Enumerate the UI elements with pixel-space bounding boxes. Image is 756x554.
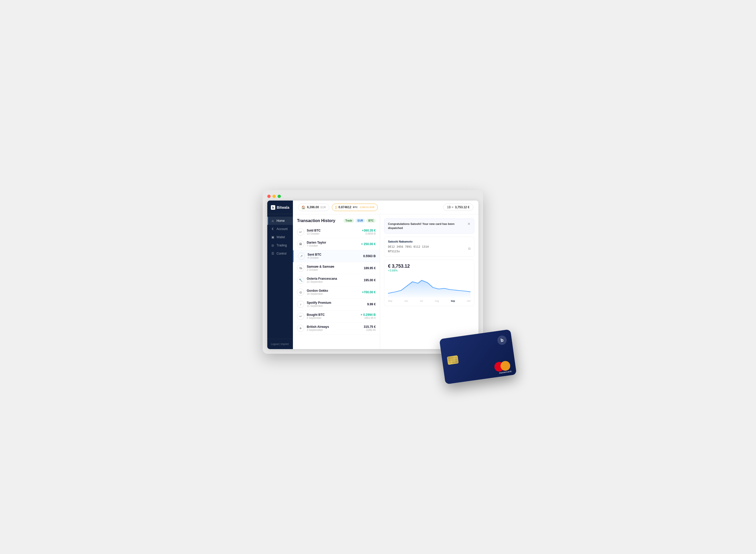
account-icon: € — [271, 227, 274, 231]
card-brand-logo: b — [497, 335, 507, 345]
chart-change: +3.68% — [388, 269, 470, 272]
tx-item-british-airways[interactable]: ✈ British Airways 3 Septemeber 315.75 € … — [293, 323, 380, 334]
notification-banner: Congratulations Satoshi! Your new card h… — [384, 218, 474, 234]
sold-btc-date: 13 October — [307, 232, 359, 235]
british-airways-icon: ✈ — [297, 325, 304, 332]
sidebar-label-trading: Trading — [276, 243, 287, 247]
tx-item-darien[interactable]: 🏛 Darien Taylor 7 October + 250.00 € — [293, 238, 380, 250]
home-icon: ⌂ — [271, 219, 274, 223]
bitwala-logo-icon: b — [271, 205, 275, 210]
chart-labels: May Jun Jul Aug Sep Oct — [388, 300, 470, 302]
sidebar-item-control[interactable]: ☰ Control — [267, 250, 293, 258]
chart-label-jul: Jul — [420, 300, 423, 302]
bitwala-logo-text: Bitwala — [277, 206, 289, 210]
wallet-icon: ▣ — [271, 235, 274, 239]
sent-btc-date: 4 October — [307, 257, 361, 259]
sidebar-label-control: Control — [276, 252, 287, 255]
notification-close[interactable]: ✕ — [467, 222, 470, 226]
spotify-date: 11 September — [307, 304, 365, 308]
filter-eur[interactable]: EUR — [355, 218, 365, 223]
top-bar: 🏠 6,396.00 EUR ₿ 0.874612 BTC -3,282.01 … — [293, 201, 478, 214]
sold-btc-sub: 0.0650 B — [362, 232, 376, 235]
british-airways-date: 3 Septemeber — [307, 329, 361, 331]
filter-btc[interactable]: BTC — [366, 218, 376, 223]
spotify-icon: ♪ — [297, 301, 304, 308]
bought-btc-sub: 1651.65 € — [361, 317, 376, 319]
sold-btc-icon: ↩ — [297, 228, 304, 236]
sidebar-item-wallet[interactable]: ▣ Wallet — [267, 233, 293, 241]
exchange-rate: 1B = 3,753.12 € — [443, 204, 473, 211]
tx-item-osteria[interactable]: 🔧 Osteria Francescana 22 September 195.0… — [293, 274, 380, 286]
traffic-lights — [267, 195, 478, 198]
darien-name: Darien Taylor — [307, 241, 358, 244]
btc-eur-sub: -3,282.01 EUR — [359, 206, 374, 209]
british-airways-info: British Airways 3 Septemeber — [307, 325, 361, 331]
btc-label: BTC — [353, 206, 358, 209]
traffic-light-red[interactable] — [267, 195, 270, 198]
osteria-icon: 🔧 — [297, 277, 304, 284]
sidebar-item-account[interactable]: € Account — [267, 225, 293, 233]
chart-value: € 3,753.12 — [388, 264, 470, 269]
exchange-prefix: 1B = — [447, 206, 453, 209]
tx-panel-header: Transaction History Trade EUR BTC — [293, 218, 380, 226]
bought-btc-date: 5 September — [307, 317, 358, 319]
british-airways-sub: £280.45 — [364, 329, 376, 331]
tx-item-bought-btc[interactable]: ↩ Bought BTC 5 September + 0.2994 B 1651… — [293, 311, 380, 323]
chart-svg — [388, 275, 470, 297]
scene: b Bitwala ⌂ Home € Account ▣ Wallet — [263, 190, 493, 364]
samsoe-icon: 🛍 — [297, 265, 304, 272]
sidebar-logo: b Bitwala — [267, 201, 293, 214]
eur-balance-pill[interactable]: 🏠 6,396.00 EUR — [298, 204, 329, 211]
tx-item-sent-btc[interactable]: ↗ Sent BTC 4 October 0.5563 B — [293, 250, 380, 262]
copy-icon[interactable]: ⧉ — [468, 246, 470, 251]
chart-label-oct: Oct — [467, 300, 470, 302]
tx-item-sold-btc[interactable]: ↩ Sold BTC 13 October +360.35 € 0.0650 B — [293, 226, 380, 238]
card-number: DE12 3456 7891 0112 1314 — [388, 245, 429, 248]
gordon-date: 18 September — [307, 292, 359, 295]
filter-trade[interactable]: Trade — [343, 218, 354, 223]
tx-item-samsoe[interactable]: 🛍 Samsøe & Samsøe 2 October 189.95 € — [293, 262, 380, 274]
card-user-name: Satoshi Nakamoto — [388, 240, 470, 243]
samsoe-amount: 189.95 € — [364, 266, 376, 270]
gordon-icon: ◎ — [297, 289, 304, 296]
british-airways-name: British Airways — [307, 325, 361, 329]
samsoe-date: 2 October — [307, 268, 361, 271]
sent-btc-name: Sent BTC — [307, 253, 361, 257]
logout-link[interactable]: Logout — [271, 343, 279, 345]
chart-label-sep: Sep — [451, 300, 455, 302]
sidebar-item-trading[interactable]: ◎ Trading — [267, 241, 293, 250]
bought-btc-main: + 0.2994 B — [361, 313, 376, 317]
card-number-row: DE12 3456 7891 0112 1314 NTS123x ⧉ — [388, 244, 470, 253]
sidebar-footer: Logout | Imprint — [267, 339, 293, 349]
traffic-light-green[interactable] — [278, 195, 281, 198]
tx-item-spotify[interactable]: ♪ Spotify Premium 11 September 9.99 € — [293, 298, 380, 311]
spotify-name: Spotify Premium — [307, 301, 365, 304]
control-icon: ☰ — [271, 252, 274, 255]
sidebar-item-home[interactable]: ⌂ Home — [267, 217, 293, 225]
tx-filters: Trade EUR BTC — [343, 218, 376, 223]
main-content: 🏠 6,396.00 EUR ₿ 0.874612 BTC -3,282.01 … — [293, 201, 478, 349]
sent-btc-info: Sent BTC 4 October — [307, 253, 361, 259]
sold-btc-main: +360.35 € — [362, 229, 376, 232]
app-window: b Bitwala ⌂ Home € Account ▣ Wallet — [267, 201, 478, 349]
sidebar-label-account: Account — [276, 227, 288, 231]
osteria-main: 195.00 € — [364, 278, 376, 282]
imprint-link[interactable]: Imprint — [281, 343, 289, 345]
right-panel: Congratulations Satoshi! Your new card h… — [380, 214, 478, 349]
trading-icon: ◎ — [271, 243, 274, 247]
card-info: Satoshi Nakamoto DE12 3456 7891 0112 131… — [384, 237, 474, 257]
sold-btc-info: Sold BTC 13 October — [307, 229, 359, 235]
chart-label-aug: Aug — [435, 300, 439, 302]
spotify-amount: 9.99 € — [367, 302, 376, 306]
sidebar: b Bitwala ⌂ Home € Account ▣ Wallet — [267, 201, 293, 349]
eur-label: EUR — [320, 206, 326, 209]
chart-label-jun: Jun — [404, 300, 408, 302]
darien-icon: 🏛 — [297, 240, 304, 248]
btc-balance-pill[interactable]: ₿ 0.874612 BTC -3,282.01 EUR — [332, 204, 378, 211]
debit-card: b mastercard. — [439, 329, 517, 384]
osteria-name: Osteria Francescana — [307, 277, 361, 280]
sent-btc-icon: ↗ — [298, 253, 305, 260]
tx-item-gordon[interactable]: ◎ Gordon Gekko 18 September +700.00 € — [293, 286, 380, 298]
traffic-light-yellow[interactable] — [272, 195, 276, 198]
sent-btc-amount: 0.5563 B — [363, 254, 376, 258]
